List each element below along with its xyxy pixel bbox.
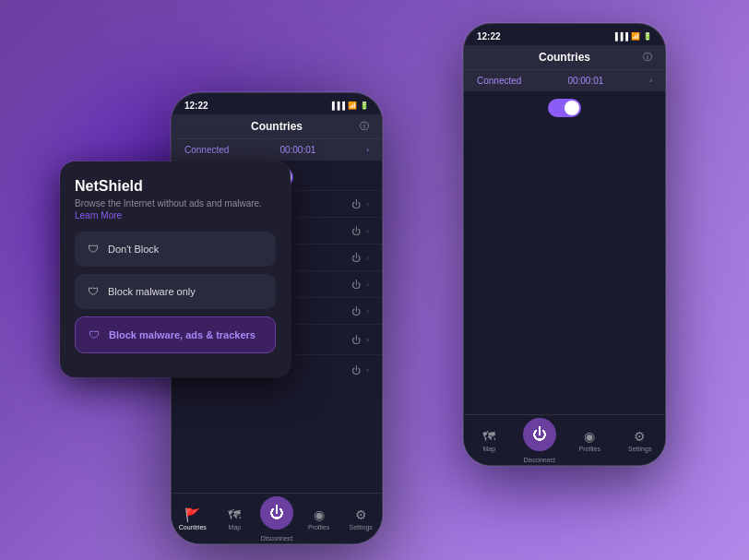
vpn-item2-power: ⏻ <box>351 253 361 263</box>
back-status-bar: 12:22 ▐▐▐ 📶 🔋 <box>464 24 665 45</box>
back-status-icons: ▐▐▐ 📶 🔋 <box>612 32 652 41</box>
phone-back: 12:22 ▐▐▐ 📶 🔋 Countries ⓘ Connected 00:0… <box>463 23 666 466</box>
front-tab-map[interactable]: 🗺 Map <box>214 507 256 530</box>
back-chevron-icon: › <box>649 77 652 85</box>
back-time: 12:22 <box>477 31 501 42</box>
front-status-bar: 12:22 ▐▐▐ 📶 🔋 <box>172 93 382 114</box>
vpn-item4-chevron: › <box>366 307 369 316</box>
disconnect-label: Disconnect <box>523 457 555 463</box>
chile-power-icon[interactable]: ⏻ <box>351 365 361 375</box>
front-header: Countries ⓘ <box>172 114 382 138</box>
settings-tab-label: Settings <box>628 446 651 452</box>
back-info-icon[interactable]: ⓘ <box>643 51 652 64</box>
back-tab-map[interactable]: 🗺 Map <box>464 429 515 452</box>
front-settings-icon: ⚙ <box>355 507 367 522</box>
canada-actions: ⏻ › <box>351 335 369 345</box>
dont-block-shield-icon: 🛡 <box>88 243 99 256</box>
phones-container: 12:22 ▐▐▐ 📶 🔋 Countries ⓘ Connected 00:0… <box>0 0 749 560</box>
front-profiles-icon: ◉ <box>314 507 325 522</box>
profiles-tab-icon: ◉ <box>584 429 595 444</box>
back-battery-icon: 🔋 <box>643 32 652 41</box>
vpn-core-chevron: › <box>366 200 369 209</box>
canada-power-icon[interactable]: ⏻ <box>351 335 361 345</box>
front-info-icon[interactable]: ⓘ <box>360 120 369 133</box>
front-profiles-label: Profiles <box>308 524 329 530</box>
back-toggle-container <box>464 91 665 121</box>
chile-actions: ⏻ › <box>351 365 369 375</box>
back-tab-disconnect[interactable]: ⏻ Disconnect <box>515 418 565 463</box>
back-header: Countries ⓘ <box>464 45 665 69</box>
netshield-option-block-malware[interactable]: 🛡 Block malware only <box>75 274 276 309</box>
front-chevron-icon: › <box>366 146 369 154</box>
vpn-item3-chevron: › <box>366 280 369 289</box>
profiles-tab-label: Profiles <box>579 446 600 452</box>
vpn-item3-power: ⏻ <box>351 280 361 290</box>
front-settings-label: Settings <box>350 524 373 530</box>
back-tab-bar: 🗺 Map ⏻ Disconnect ◉ Profiles ⚙ Settings <box>464 414 665 465</box>
front-tab-profiles[interactable]: ◉ Profiles <box>298 507 340 530</box>
block-all-label: Block malware, ads & trackers <box>109 329 256 340</box>
canada-chevron-icon: › <box>366 336 369 344</box>
netshield-subtitle: Browse the Internet without ads and malw… <box>75 198 276 209</box>
countries-tab-label: Countries <box>179 524 207 530</box>
disconnect-icon: ⏻ <box>532 426 547 443</box>
back-wifi-icon: 📶 <box>631 32 640 41</box>
dont-block-label: Don't Block <box>108 244 159 255</box>
front-wifi-icon: 📶 <box>348 101 357 110</box>
front-battery-icon: 🔋 <box>360 101 369 110</box>
back-header-title: Countries <box>539 51 590 64</box>
front-connected-bar[interactable]: Connected 00:00:01 › <box>172 138 382 161</box>
vpn-item1-chevron: › <box>366 227 369 235</box>
front-connected-time: 00:00:01 <box>279 145 315 155</box>
settings-tab-icon: ⚙ <box>634 429 646 444</box>
front-disconnect-button[interactable]: ⏻ <box>260 496 293 530</box>
netshield-panel: NetShield Browse the Internet without ad… <box>60 161 291 377</box>
front-tab-countries[interactable]: 🚩 Countries <box>172 507 214 530</box>
front-disconnect-icon: ⏻ <box>269 505 284 521</box>
block-all-shield-icon: 🛡 <box>89 328 100 341</box>
front-header-title: Countries <box>251 120 303 133</box>
front-tab-disconnect[interactable]: ⏻ Disconnect <box>256 496 298 542</box>
front-disconnect-label: Disconnect <box>261 535 293 542</box>
disconnect-button[interactable]: ⏻ <box>523 418 556 451</box>
back-connected-time: 00:00:01 <box>567 76 603 86</box>
map-tab-label: Map <box>482 446 495 452</box>
vpn-item4-power: ⏻ <box>351 306 361 316</box>
front-map-tab-label: Map <box>229 524 242 530</box>
front-tab-settings[interactable]: ⚙ Settings <box>339 507 382 530</box>
vpn-item1-power: ⏻ <box>351 226 361 236</box>
back-toggle[interactable] <box>548 99 581 117</box>
netshield-option-dont-block[interactable]: 🛡 Don't Block <box>75 232 276 267</box>
front-status-icons: ▐▐▐ 📶 🔋 <box>329 101 369 110</box>
back-tab-settings[interactable]: ⚙ Settings <box>615 429 666 452</box>
back-connected-label: Connected <box>477 76 521 86</box>
back-tab-profiles[interactable]: ◉ Profiles <box>565 429 615 452</box>
block-malware-label: Block malware only <box>108 286 196 297</box>
front-time: 12:22 <box>184 101 208 111</box>
netshield-learn-more[interactable]: Learn More <box>75 210 276 220</box>
front-connected-label: Connected <box>184 145 229 155</box>
back-connected-bar[interactable]: Connected 00:00:01 › <box>464 69 665 91</box>
vpn-core-power-icon: ⏻ <box>351 199 361 209</box>
map-tab-icon: 🗺 <box>482 429 495 444</box>
back-map-area: 🇸🇪 🇫🇮 🇵🇱 🇩🇪 🇧🇪 🇨🇭 🇦🇹 🇫🇷 🇮🇹 🇷🇴 🇧🇬 🇹🇷 🇮🇱 S… <box>464 91 665 466</box>
vpn-item2-chevron: › <box>366 254 369 262</box>
netshield-title: NetShield <box>75 178 276 195</box>
block-malware-shield-icon: 🛡 <box>88 285 99 298</box>
chile-chevron-icon: › <box>366 366 369 375</box>
front-tab-bar: 🚩 Countries 🗺 Map ⏻ Disconnect ◉ Profile… <box>172 493 382 543</box>
front-signal-icon: ▐▐▐ <box>329 101 345 110</box>
netshield-option-block-all[interactable]: 🛡 Block malware, ads & trackers <box>75 316 276 353</box>
countries-tab-icon: 🚩 <box>184 507 200 522</box>
front-map-tab-icon: 🗺 <box>228 507 241 522</box>
back-signal-icon: ▐▐▐ <box>612 32 628 41</box>
